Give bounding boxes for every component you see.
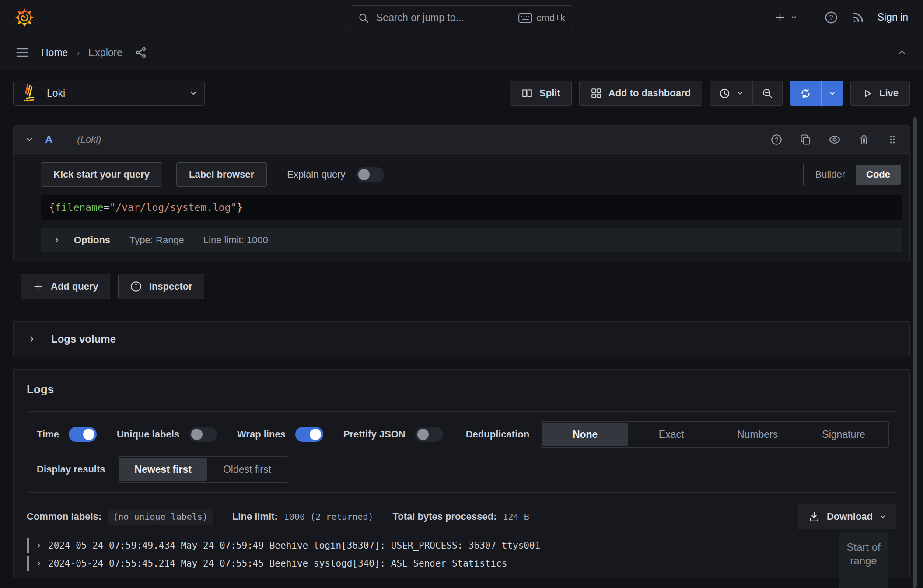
logs-meta-row: Common labels: (no unique labels) Line l… <box>27 504 896 529</box>
wrap-lines-toggle[interactable] <box>295 427 323 442</box>
time-toggle[interactable] <box>69 427 97 442</box>
chevron-down-icon <box>879 513 886 520</box>
top-nav-bar: Search or jump to... cmd+k <box>0 0 923 35</box>
common-labels-value: (no unique labels) <box>108 509 213 525</box>
live-label: Live <box>879 88 899 99</box>
info-icon <box>130 280 142 293</box>
add-query-label: Add query <box>51 281 98 292</box>
datasource-picker[interactable]: Loki <box>13 80 205 106</box>
query-row-body: Kick start your query Label browser Expl… <box>14 154 909 262</box>
breadcrumb: Home › Explore <box>41 47 122 59</box>
keyboard-icon <box>518 13 532 23</box>
chevron-up-icon[interactable] <box>897 47 907 58</box>
line-limit-label: Line limit: <box>232 511 278 522</box>
dedup-option-signature[interactable]: Signature <box>801 423 887 446</box>
chevron-down-icon <box>189 89 197 97</box>
query-label: filename <box>55 202 104 213</box>
query-ref-id[interactable]: A <box>45 133 52 146</box>
chevron-right-icon[interactable] <box>36 542 42 549</box>
sign-in-button[interactable]: Sign in <box>878 11 908 23</box>
eye-icon[interactable] <box>828 133 841 146</box>
kick-start-button[interactable]: Kick start your query <box>41 162 162 187</box>
prettify-json-toggle-pair: Prettify JSON <box>343 427 443 442</box>
rss-icon[interactable] <box>851 11 864 24</box>
logs-controls: Time Unique labels Wrap lines Prettify J… <box>27 411 896 493</box>
trash-icon[interactable] <box>858 133 870 146</box>
download-button[interactable]: Download <box>798 504 896 529</box>
label-browser-button[interactable]: Label browser <box>176 162 267 187</box>
logs-volume-panel[interactable]: Logs volume <box>13 321 910 357</box>
breadcrumb-home[interactable]: Home <box>41 47 68 59</box>
help-icon[interactable]: ? <box>824 10 838 24</box>
time-picker-button[interactable] <box>710 81 752 105</box>
add-to-dashboard-button[interactable]: Add to dashboard <box>579 80 702 106</box>
apps-icon <box>591 88 602 99</box>
explore-toolbar: Loki Split <box>13 80 910 106</box>
grafana-logo[interactable] <box>15 8 34 27</box>
dedup-option-exact[interactable]: Exact <box>628 423 714 446</box>
split-icon <box>521 88 533 99</box>
chevron-down-icon <box>829 90 836 97</box>
order-option-newest-first[interactable]: Newest first <box>119 458 207 481</box>
plus-icon <box>774 11 786 24</box>
new-menu-button[interactable] <box>774 11 797 24</box>
dedup-option-numbers[interactable]: Numbers <box>714 423 801 446</box>
plus-icon <box>32 281 44 292</box>
split-button[interactable]: Split <box>510 80 572 106</box>
add-query-button[interactable]: Add query <box>21 274 110 299</box>
common-labels-label: Common labels: <box>27 511 101 522</box>
search-placeholder: Search or jump to... <box>376 12 511 24</box>
search-icon <box>358 12 369 24</box>
log-level-bar <box>27 556 29 571</box>
query-row-header[interactable]: A (Loki) ? <box>14 126 909 154</box>
prettify-json-toggle[interactable] <box>415 427 443 442</box>
search-input[interactable]: Search or jump to... cmd+k <box>349 5 574 30</box>
query-expression-input[interactable]: {filename="/var/log/system.log"} <box>41 195 902 220</box>
time-picker-group <box>710 80 783 106</box>
grafana-explore-page: Search or jump to... cmd+k <box>0 0 923 588</box>
unique-labels-toggle[interactable] <box>189 427 217 442</box>
grip-icon[interactable] <box>887 134 898 145</box>
mode-builder[interactable]: Builder <box>805 164 856 185</box>
chevron-down-icon <box>790 14 797 21</box>
wrap-lines-toggle-pair: Wrap lines <box>237 427 323 442</box>
query-open-brace: { <box>49 202 55 213</box>
menu-icon[interactable] <box>16 47 29 58</box>
help-icon[interactable]: ? <box>770 133 783 146</box>
explain-query-toggle[interactable] <box>356 167 384 182</box>
copy-icon[interactable] <box>799 133 811 146</box>
options-label: Options <box>74 234 110 246</box>
add-to-dashboard-label: Add to dashboard <box>608 88 691 99</box>
query-datasource-hint: (Loki) <box>77 134 101 145</box>
log-row[interactable]: 2024-05-24 07:59:49.434 May 24 07:59:49 … <box>27 536 896 554</box>
total-bytes-item: Total bytes processed: 124 B <box>392 511 529 522</box>
mode-code[interactable]: Code <box>856 164 901 185</box>
query-toolbar: Kick start your query Label browser Expl… <box>41 162 902 187</box>
inspector-button[interactable]: Inspector <box>118 274 204 299</box>
unique-labels-toggle-pair: Unique labels <box>117 427 217 442</box>
chevron-down-icon[interactable] <box>25 135 34 144</box>
log-row[interactable]: 2024-05-24 07:55:45.214 May 24 07:55:45 … <box>27 554 896 572</box>
inspector-label: Inspector <box>149 281 192 292</box>
explain-query-label: Explain query <box>287 169 345 180</box>
refresh-button[interactable] <box>790 80 821 106</box>
play-icon <box>862 88 873 99</box>
dedup-option-none[interactable]: None <box>542 423 628 446</box>
deduplication-label: Deduplication <box>466 429 529 440</box>
start-of-range-marker[interactable]: Start of range <box>839 532 888 588</box>
order-option-oldest-first[interactable]: Oldest first <box>207 458 287 481</box>
display-results-control: Display results Newest firstOldest first <box>37 456 289 483</box>
chevron-right-icon[interactable] <box>36 560 42 567</box>
loki-logo <box>21 84 39 102</box>
options-type: Type: Range <box>129 234 184 246</box>
refresh-icon <box>800 88 811 99</box>
deduplication-control: Deduplication NoneExactNumbersSignature <box>466 421 889 448</box>
scrollbar[interactable] <box>913 117 917 588</box>
chevron-right-icon: › <box>77 48 80 58</box>
share-icon[interactable] <box>135 46 147 59</box>
zoom-out-button[interactable] <box>752 81 782 105</box>
refresh-interval-dropdown[interactable] <box>821 80 843 106</box>
live-button[interactable]: Live <box>850 80 910 106</box>
query-options-row[interactable]: Options Type: Range Line limit: 1000 <box>41 228 902 252</box>
options-line-limit: Line limit: 1000 <box>203 234 268 246</box>
